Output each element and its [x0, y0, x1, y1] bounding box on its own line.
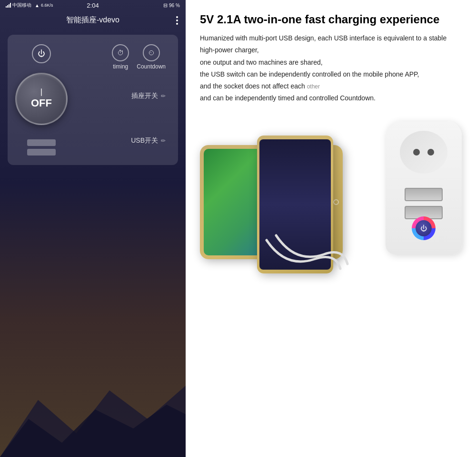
plug-face	[400, 131, 447, 174]
timing-label: timing	[113, 63, 128, 70]
plug-area: ⏻	[362, 112, 462, 445]
product-images: ⏻	[200, 112, 462, 445]
phone-screenshot: 中国移动 ▲ 6.6K/s 2:04 ⊟ 96% 智能插座-vdevo	[0, 0, 186, 457]
control-left: ⏻ OFF	[15, 44, 68, 156]
socket-switch-label: 插座开关	[131, 92, 158, 100]
countdown-label: Countdown	[137, 63, 166, 70]
usb-switch-row: USB开关 ✏	[77, 136, 170, 145]
plug-holes	[409, 149, 438, 156]
app-content: ⏻ OFF	[0, 30, 186, 170]
countdown-item[interactable]: ⏲ Countdown	[137, 44, 166, 70]
signal-icon	[6, 3, 11, 8]
socket-edit-icon[interactable]: ✏	[161, 93, 166, 99]
desc-line-1: Humanized with multi-port USB design, ea…	[200, 34, 446, 54]
status-bar: 中国移动 ▲ 6.6K/s 2:04 ⊟ 96%	[0, 0, 186, 10]
product-title: 5V 2.1A two-in-one fast charging experie…	[200, 12, 462, 27]
control-card: ⏻ OFF	[8, 35, 178, 165]
countdown-icon[interactable]: ⏲	[143, 44, 160, 61]
power-icon[interactable]: ⏻	[32, 44, 51, 63]
other-text: other	[307, 83, 320, 90]
smart-plug: ⏻	[386, 121, 462, 254]
svg-marker-0	[0, 386, 186, 457]
status-left: 中国移动 ▲ 6.6K/s	[6, 2, 53, 9]
timing-item[interactable]: ⏱ timing	[112, 44, 129, 70]
desc-line-5: and can be independently timed and contr…	[200, 94, 376, 102]
socket-switch-row: 插座开关 ✏	[77, 92, 170, 100]
plug-hole-right	[427, 149, 434, 156]
desc-line-4: and the socket does not affect each	[200, 82, 305, 90]
menu-dots[interactable]	[176, 16, 178, 25]
svg-marker-1	[0, 405, 186, 457]
control-right: ⏱ timing ⏲ Countdown 插座开关 ✏	[77, 44, 170, 156]
desc-line-2: one output and two machines are shared,	[200, 58, 323, 66]
desc-line-3: the USB switch can be independently cont…	[200, 70, 419, 78]
plug-button-inner: ⏻	[416, 220, 432, 236]
product-description: Humanized with multi-port USB design, ea…	[200, 32, 462, 104]
usb-controls	[27, 139, 56, 156]
usb-bar-1	[27, 139, 56, 146]
app-title: 智能插座-vdevo	[66, 15, 119, 25]
battery-icon: ⊟	[163, 2, 168, 9]
carrier-text: 中国移动	[12, 2, 31, 9]
usb-switch-label: USB开关	[131, 136, 158, 145]
cable-svg	[248, 226, 352, 273]
tablet-home-button	[333, 199, 339, 205]
right-panel: 5V 2.1A two-in-one fast charging experie…	[186, 0, 476, 457]
battery-text: 96	[169, 3, 174, 8]
usb-bar-2	[27, 149, 56, 156]
off-button[interactable]: OFF	[15, 73, 68, 125]
wifi-icon: ▲	[35, 3, 40, 8]
status-right: ⊟ 96%	[163, 2, 180, 9]
plug-power-button[interactable]: ⏻	[412, 216, 436, 240]
usb-edit-icon[interactable]: ✏	[161, 137, 166, 144]
timing-row: ⏱ timing ⏲ Countdown	[77, 44, 170, 70]
timing-icon[interactable]: ⏱	[112, 44, 129, 61]
app-header: 智能插座-vdevo	[0, 10, 186, 30]
usb-port-1	[405, 188, 443, 201]
speed-text: 6.6K/s	[41, 3, 53, 8]
off-line	[41, 88, 42, 96]
plug-hole-left	[413, 149, 420, 156]
time-display: 2:04	[87, 2, 99, 9]
mountains-bg	[0, 362, 186, 457]
off-label: OFF	[31, 97, 52, 109]
tablet-area	[200, 112, 362, 273]
